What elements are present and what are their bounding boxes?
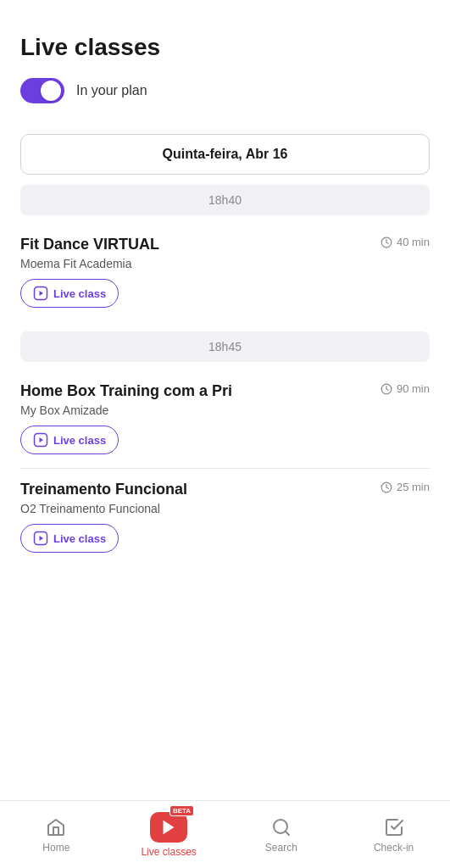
play-icon [33,286,48,301]
toggle-label: In your plan [76,83,147,98]
class-item-treinamento: Treinamento Funcional 25 min O2 Treiname… [0,469,450,566]
class-duration-treinamento: 25 min [381,481,430,493]
class-item-fit-dance: Fit Dance VIRTUAL 40 min Moema Fit Acade… [0,225,450,321]
nav-item-home[interactable]: Home [0,816,113,854]
home-icon [45,816,67,838]
in-your-plan-toggle[interactable] [20,78,64,103]
play-icon-home-box [33,432,48,448]
svg-marker-8 [40,536,44,541]
live-class-btn-fit-dance[interactable]: Live class [20,279,119,308]
search-icon [270,816,292,838]
live-class-btn-home-box[interactable]: Live class [20,426,119,454]
nav-item-search[interactable]: Search [225,816,338,854]
class-header-treinamento: Treinamento Funcional 25 min [20,481,430,498]
class-header: Fit Dance VIRTUAL 40 min [20,236,430,253]
toggle-knob [41,81,61,101]
nav-item-live-classes[interactable]: BETA Live classes [113,812,225,858]
clock-icon [381,236,392,248]
nav-label-home: Home [42,842,69,854]
class-studio-treinamento: O2 Treinamento Funcional [20,502,430,515]
time-divider-1845: 18h45 [20,331,430,362]
beta-badge: BETA [169,805,194,816]
page-content: Live classes In your plan Quinta-feira, … [0,0,450,634]
svg-marker-9 [164,820,175,834]
live-classes-nav-icon: BETA [150,812,187,843]
nav-item-check-in[interactable]: Check-in [337,816,450,854]
nav-label-check-in: Check-in [374,842,414,854]
time-divider-1840: 18h40 [20,185,430,215]
nav-label-search: Search [265,842,297,854]
play-icon-treinamento [33,531,48,546]
clock-icon-home-box [381,383,392,395]
nav-label-live-classes: Live classes [141,846,196,858]
class-item-home-box: Home Box Training com a Pri 90 min My Bo… [0,372,450,468]
live-class-btn-treinamento[interactable]: Live class [20,524,119,553]
bottom-nav: Home BETA Live classes Search [0,800,450,868]
page-title: Live classes [20,34,430,61]
svg-marker-5 [40,437,44,442]
class-studio-fit-dance: Moema Fit Academia [20,257,430,270]
class-duration-fit-dance: 40 min [381,236,430,248]
class-studio-home-box: My Box Amizade [20,403,430,417]
clock-icon-treinamento [381,481,392,493]
toggle-row: In your plan [20,78,430,103]
svg-line-11 [286,831,289,834]
class-duration-home-box: 90 min [381,382,430,395]
header: Live classes In your plan [0,0,450,134]
class-name-fit-dance: Fit Dance VIRTUAL [20,236,372,253]
svg-marker-2 [40,291,44,296]
class-name-home-box: Home Box Training com a Pri [20,382,372,400]
class-name-treinamento: Treinamento Funcional [20,481,372,498]
class-header-home-box: Home Box Training com a Pri 90 min [20,382,430,400]
date-selector[interactable]: Quinta-feira, Abr 16 [20,134,430,175]
check-in-icon [383,816,405,838]
